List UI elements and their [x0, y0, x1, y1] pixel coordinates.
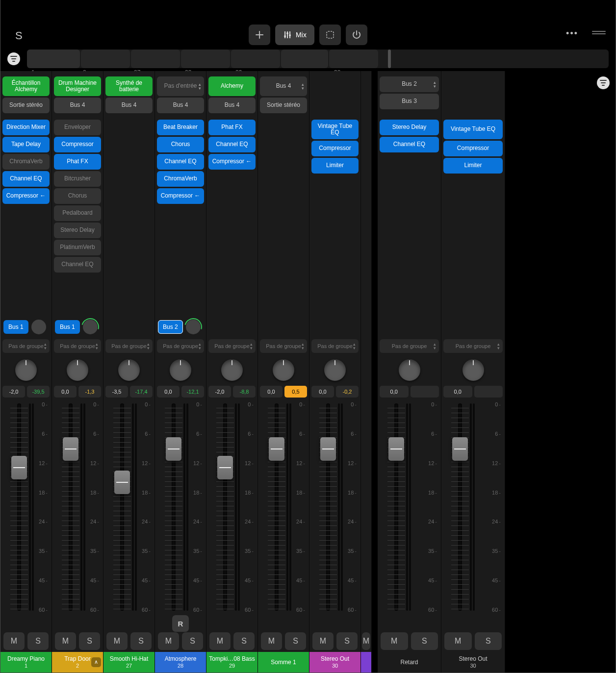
- input-slot[interactable]: Drum Machine Designer: [54, 76, 101, 96]
- track-name-label[interactable]: Atmosphere28: [155, 652, 206, 673]
- expand-icon[interactable]: ∧: [91, 657, 101, 667]
- track-name-label[interactable]: Somme 1: [258, 652, 309, 673]
- fx-slot-limiter[interactable]: Limiter: [311, 158, 359, 174]
- more-button[interactable]: •••: [566, 28, 578, 39]
- track-name-label[interactable]: Retard: [378, 652, 441, 673]
- solo-button[interactable]: S: [411, 632, 438, 650]
- add-track-button[interactable]: [249, 25, 270, 45]
- mute-button[interactable]: M: [381, 632, 408, 650]
- fx-slot-compressor-[interactable]: Compressor ←: [157, 188, 204, 204]
- fx-slot-vintage-tube-eq[interactable]: Vintage Tube EQ: [311, 120, 359, 139]
- output-slot[interactable]: Bus 4: [208, 98, 256, 113]
- input-slot[interactable]: Synthé de batterie: [105, 76, 153, 96]
- input-slot[interactable]: Échantillon Alchemy: [2, 76, 50, 96]
- fx-slot-platinumverb[interactable]: PlatinumVerb: [54, 240, 101, 255]
- fx-slot-channel-eq[interactable]: Channel EQ: [157, 154, 204, 170]
- output-slot[interactable]: Bus 4: [105, 98, 153, 113]
- fx-slot-direction-mixer[interactable]: Direction Mixer: [2, 120, 50, 135]
- mute-button[interactable]: M: [312, 632, 334, 650]
- track-name-label[interactable]: Trap Door2∧: [52, 652, 103, 673]
- group-select[interactable]: Pas de groupe▴▾: [2, 339, 50, 353]
- group-select[interactable]: Pas de groupe▴▾: [380, 339, 439, 353]
- solo-button[interactable]: S: [285, 632, 306, 650]
- group-select[interactable]: Pas de groupe▴▾: [208, 339, 256, 353]
- fader[interactable]: [166, 403, 181, 611]
- fader[interactable]: [452, 403, 468, 611]
- fx-slot-vintage-tube-eq[interactable]: Vintage Tube EQ: [443, 120, 503, 139]
- group-select[interactable]: Pas de groupe▴▾: [443, 339, 503, 353]
- output-slot[interactable]: Bus 4: [54, 98, 101, 113]
- mute-button[interactable]: M: [362, 632, 370, 650]
- input-slot[interactable]: Bus 2▴▾: [380, 76, 439, 92]
- fx-slot-channel-eq[interactable]: Channel EQ: [208, 137, 256, 152]
- group-select[interactable]: Pas de groupe▴▾: [260, 339, 307, 353]
- overview-scroll-handle[interactable]: [388, 50, 391, 68]
- fx-slot-phat-fx[interactable]: Phat FX: [208, 120, 256, 135]
- send-button[interactable]: Bus 2: [158, 320, 183, 334]
- mute-button[interactable]: M: [106, 632, 128, 650]
- selection-mode-button[interactable]: [319, 25, 341, 45]
- fader[interactable]: [217, 403, 233, 611]
- solo-button[interactable]: S: [336, 632, 358, 650]
- fx-slot-compressor-[interactable]: Compressor ←: [208, 154, 256, 170]
- mute-button[interactable]: M: [55, 632, 76, 650]
- fx-slot-stereo-delay[interactable]: Stereo Delay: [380, 120, 439, 135]
- fader[interactable]: [320, 403, 336, 611]
- send-level-knob[interactable]: [31, 320, 46, 334]
- fx-slot-tape-delay[interactable]: Tape Delay: [2, 137, 50, 152]
- pan-knob[interactable]: [67, 359, 88, 381]
- fader[interactable]: [114, 403, 130, 611]
- fx-slot-compressor[interactable]: Compressor: [311, 141, 359, 156]
- fx-slot-chromaverb[interactable]: ChromaVerb: [157, 171, 204, 187]
- pan-knob[interactable]: [399, 359, 420, 381]
- fader[interactable]: [269, 403, 284, 611]
- pan-knob[interactable]: [273, 359, 294, 381]
- filter-button-left[interactable]: [7, 52, 20, 65]
- fx-slot-chorus[interactable]: Chorus: [54, 188, 101, 204]
- fx-slot-compressor[interactable]: Compressor: [443, 141, 503, 156]
- fx-slot-phat-fx[interactable]: Phat FX: [54, 154, 101, 170]
- input-slot[interactable]: Pas d'entrée▴▾: [157, 76, 204, 96]
- group-select[interactable]: Pas de groupe▴▾: [157, 339, 204, 353]
- solo-button[interactable]: S: [130, 632, 152, 650]
- output-slot[interactable]: Bus 3: [380, 94, 439, 109]
- mute-button[interactable]: M: [444, 632, 472, 650]
- fx-slot-enveloper[interactable]: Enveloper: [54, 120, 101, 135]
- power-button[interactable]: [346, 25, 367, 45]
- input-slot[interactable]: Alchemy: [208, 76, 256, 96]
- solo-button[interactable]: S: [27, 632, 49, 650]
- pan-knob[interactable]: [118, 359, 140, 381]
- fader[interactable]: [388, 403, 404, 611]
- solo-button[interactable]: S: [233, 632, 255, 650]
- record-enable-button[interactable]: R: [172, 615, 189, 632]
- solo-button[interactable]: S: [475, 632, 502, 650]
- send-button[interactable]: Bus 1: [3, 320, 28, 334]
- mute-button[interactable]: M: [261, 632, 282, 650]
- solo-indicator[interactable]: S: [15, 29, 23, 42]
- pan-knob[interactable]: [221, 359, 243, 381]
- group-select[interactable]: Pas de groupe▴▾: [54, 339, 101, 353]
- fx-slot-chorus[interactable]: Chorus: [157, 137, 204, 152]
- send-level-knob[interactable]: [186, 320, 201, 334]
- send-button[interactable]: Bus 1: [55, 320, 80, 334]
- track-name-label[interactable]: Dreamy Piano1: [0, 652, 51, 673]
- mute-button[interactable]: M: [209, 632, 231, 650]
- track-name-label[interactable]: Tompki…08 Bass29: [206, 652, 257, 673]
- output-slot[interactable]: Sortie stéréo: [2, 98, 50, 113]
- track-name-label[interactable]: Stereo Out30: [309, 652, 360, 673]
- output-slot[interactable]: Sortie stéréo: [260, 98, 307, 113]
- fx-slot-channel-eq[interactable]: Channel EQ: [54, 257, 101, 273]
- track-name-label[interactable]: Smooth Hi-Hat27: [103, 652, 154, 673]
- fx-slot-chromaverb[interactable]: ChromaVerb: [2, 154, 50, 170]
- solo-button[interactable]: S: [182, 632, 203, 650]
- group-select[interactable]: Pas de groupe▴▾: [105, 339, 153, 353]
- output-slot[interactable]: Bus 4: [157, 98, 204, 113]
- pan-knob[interactable]: [170, 359, 191, 381]
- group-select[interactable]: Pas de groupe▴▾: [311, 339, 359, 353]
- pan-knob[interactable]: [462, 359, 484, 381]
- pan-knob[interactable]: [324, 359, 346, 381]
- arrangement-overview[interactable]: 1227282930: [27, 47, 609, 71]
- fx-slot-compressor-[interactable]: Compressor ←: [2, 188, 50, 204]
- filter-button-right[interactable]: [597, 76, 610, 89]
- fx-slot-channel-eq[interactable]: Channel EQ: [2, 171, 50, 187]
